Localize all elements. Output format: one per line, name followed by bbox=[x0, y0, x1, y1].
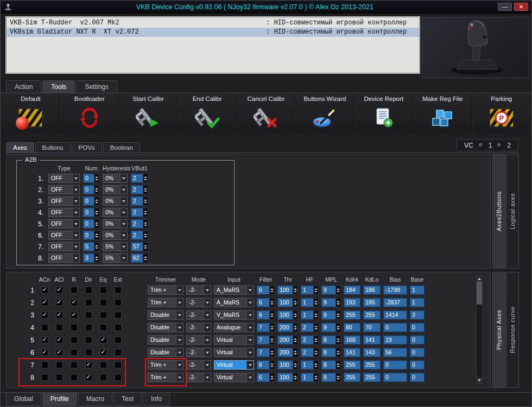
vertical-tab[interactable]: Axes2Buttons bbox=[492, 154, 505, 269]
bottom-tab[interactable]: Info bbox=[143, 393, 170, 406]
checkbox-ext[interactable] bbox=[115, 287, 122, 294]
checkbox-r[interactable] bbox=[71, 287, 78, 294]
device-row[interactable]: VKBsim Gladiator NXT R XT v2.072 : HID-с… bbox=[7, 28, 419, 37]
checkbox-ext[interactable] bbox=[115, 361, 122, 368]
sub-tab[interactable]: POVs bbox=[72, 142, 102, 152]
parking-button[interactable]: Parking P bbox=[472, 94, 530, 133]
mode-dropdown[interactable]: -2- bbox=[186, 285, 211, 295]
checkbox-ext[interactable] bbox=[115, 349, 122, 356]
checkbox-acl[interactable] bbox=[56, 361, 63, 368]
minimize-button[interactable]: — bbox=[498, 3, 512, 11]
trimmer-dropdown[interactable]: Trim + bbox=[148, 285, 183, 295]
a2b-num-spinner[interactable]: 0 bbox=[83, 208, 99, 217]
spinner-arrows-icon[interactable] bbox=[335, 360, 341, 370]
buttons-wizard-button[interactable]: Buttons Wizard bbox=[295, 94, 354, 133]
base-field[interactable]: 0 bbox=[410, 335, 425, 345]
checkbox-eq[interactable] bbox=[100, 336, 107, 344]
checkbox-ext[interactable] bbox=[115, 336, 122, 344]
mpl-spinner[interactable]: 9 bbox=[321, 285, 341, 295]
spinner-arrows-icon[interactable] bbox=[335, 298, 341, 307]
filter-spinner[interactable]: 6 bbox=[257, 310, 275, 320]
kdhi-field[interactable]: 193 bbox=[344, 298, 360, 307]
checkbox-ext[interactable] bbox=[115, 299, 122, 306]
spinner-arrows-icon[interactable] bbox=[293, 323, 298, 332]
spinner-arrows-icon[interactable] bbox=[335, 348, 341, 357]
trimmer-dropdown[interactable]: Disable bbox=[148, 335, 183, 345]
spinner-arrows-icon[interactable] bbox=[94, 219, 99, 228]
checkbox-dir[interactable] bbox=[85, 299, 92, 306]
spinner-arrows-icon[interactable] bbox=[269, 373, 275, 382]
checkbox-r[interactable] bbox=[71, 336, 78, 344]
input-dropdown[interactable]: A_MaRS bbox=[214, 285, 254, 295]
a2b-vbut-spinner[interactable]: 2 bbox=[131, 174, 148, 183]
device-row[interactable]: VKB-Sim T-Rudder v2.007 Mk2 : HID-совмес… bbox=[7, 18, 419, 28]
checkbox-eq[interactable] bbox=[100, 374, 107, 381]
base-field[interactable]: 1 bbox=[410, 285, 425, 295]
checkbox-eq[interactable] bbox=[100, 349, 107, 356]
mode-dropdown[interactable]: -2- bbox=[186, 360, 211, 370]
spinner-arrows-icon[interactable] bbox=[143, 253, 148, 263]
spinner-arrows-icon[interactable] bbox=[94, 196, 99, 206]
base-field[interactable]: 0 bbox=[410, 360, 425, 370]
scroll-up-icon[interactable] bbox=[477, 276, 482, 282]
mode-dropdown[interactable]: -2- bbox=[186, 310, 211, 320]
checkbox-r[interactable] bbox=[71, 361, 78, 368]
make-reg-file-button[interactable]: Make Reg File bbox=[413, 94, 472, 133]
spinner-arrows-icon[interactable] bbox=[293, 373, 298, 382]
a2b-type-dropdown[interactable]: OFF bbox=[48, 174, 80, 183]
mode-dropdown[interactable]: -2- bbox=[186, 298, 211, 307]
checkbox-ext[interactable] bbox=[115, 324, 122, 331]
checkbox-acn[interactable] bbox=[41, 349, 48, 356]
a2b-type-dropdown[interactable]: OFF bbox=[48, 196, 80, 206]
checkbox-acn[interactable] bbox=[41, 287, 48, 294]
checkbox-acl[interactable] bbox=[56, 299, 63, 306]
spinner-arrows-icon[interactable] bbox=[313, 348, 319, 357]
input-dropdown[interactable]: Virtual bbox=[214, 348, 254, 357]
spinner-arrows-icon[interactable] bbox=[269, 310, 275, 320]
cancel-calibr-button[interactable]: Cancel Calibr bbox=[237, 94, 295, 133]
spinner-arrows-icon[interactable] bbox=[143, 196, 148, 206]
hf-spinner[interactable]: 1 bbox=[301, 285, 319, 295]
base-field[interactable]: 1 bbox=[410, 298, 425, 307]
base-field[interactable]: 3 bbox=[410, 310, 425, 320]
device-report-button[interactable]: Device Report bbox=[354, 94, 413, 133]
spinner-arrows-icon[interactable] bbox=[293, 310, 298, 320]
trimmer-dropdown[interactable]: Disable bbox=[148, 310, 183, 320]
mpl-spinner[interactable]: 8 bbox=[321, 348, 341, 357]
a2b-num-spinner[interactable]: 0 bbox=[83, 174, 99, 183]
mpl-spinner[interactable]: 9 bbox=[321, 323, 341, 332]
a2b-type-dropdown[interactable]: OFF bbox=[48, 208, 80, 217]
kdlo-field[interactable]: 255 bbox=[363, 360, 381, 370]
kdlo-field[interactable]: 141 bbox=[363, 335, 381, 345]
spinner-arrows-icon[interactable] bbox=[94, 231, 99, 240]
spinner-arrows-icon[interactable] bbox=[293, 285, 298, 295]
mode-dropdown[interactable]: -2- bbox=[186, 335, 211, 345]
checkbox-dir[interactable] bbox=[85, 349, 92, 356]
kdlo-field[interactable]: 255 bbox=[363, 310, 381, 320]
thr-spinner[interactable]: 100 bbox=[277, 285, 298, 295]
start-calibr-button[interactable]: Start Calibr bbox=[119, 94, 178, 133]
thr-spinner[interactable]: 200 bbox=[277, 335, 298, 345]
thr-spinner[interactable]: 200 bbox=[277, 348, 298, 357]
spinner-arrows-icon[interactable] bbox=[143, 174, 148, 183]
spinner-arrows-icon[interactable] bbox=[335, 335, 341, 345]
bottom-tab[interactable]: Profile bbox=[42, 393, 77, 406]
filter-spinner[interactable]: 6 bbox=[257, 285, 275, 295]
spinner-arrows-icon[interactable] bbox=[293, 298, 298, 307]
a2b-hysteresis-dropdown[interactable]: 0% bbox=[103, 196, 128, 206]
checkbox-ext[interactable] bbox=[115, 311, 122, 319]
bias-field[interactable]: 0 bbox=[383, 360, 407, 370]
checkbox-acl[interactable] bbox=[56, 311, 63, 319]
a2b-type-dropdown[interactable]: OFF bbox=[48, 219, 80, 228]
checkbox-dir[interactable] bbox=[85, 324, 92, 331]
thr-spinner[interactable]: 100 bbox=[277, 373, 298, 382]
checkbox-acn[interactable] bbox=[41, 311, 48, 319]
bottom-tab[interactable]: Global bbox=[6, 393, 41, 406]
a2b-hysteresis-dropdown[interactable]: 5% bbox=[103, 253, 128, 263]
checkbox-acn[interactable] bbox=[41, 361, 48, 368]
input-dropdown[interactable]: V_MaRS bbox=[214, 310, 254, 320]
kdhi-field[interactable]: 80 bbox=[344, 323, 360, 332]
spinner-arrows-icon[interactable] bbox=[269, 298, 275, 307]
input-dropdown[interactable]: Virtual bbox=[214, 373, 254, 382]
checkbox-dir[interactable] bbox=[85, 374, 92, 381]
